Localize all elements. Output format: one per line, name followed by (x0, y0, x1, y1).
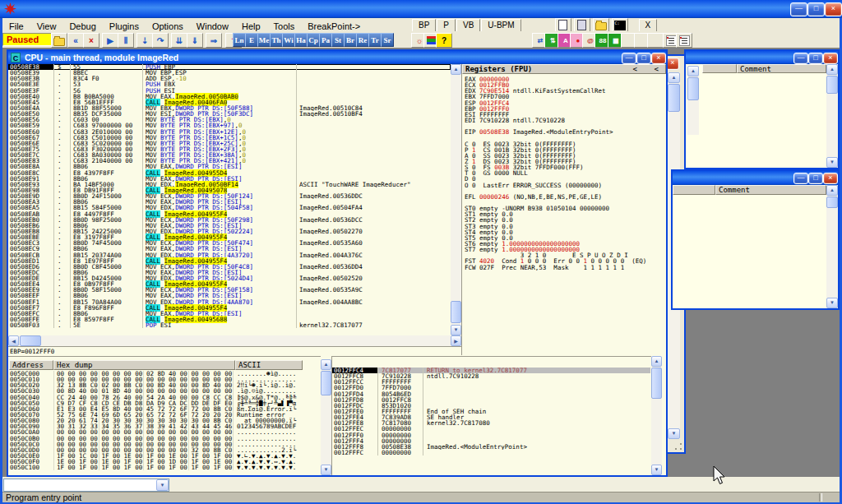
plugin-button-vb[interactable]: VB (456, 19, 480, 32)
left-scrollbar[interactable]: ▲ (687, 66, 699, 135)
register-line[interactable]: EFL 00000246 (NO,NB,E,BE,NS,PE,GE,LE) (465, 194, 664, 200)
column-header[interactable] (673, 185, 715, 195)
scroll-up-button[interactable]: ▲ (451, 64, 461, 75)
run-button[interactable]: ▶ (102, 33, 118, 48)
step-over-button[interactable]: ↷ (152, 33, 169, 48)
column-header[interactable] (702, 64, 737, 73)
close-button[interactable]: × (666, 58, 679, 70)
toolbar-cp-button[interactable]: Cp (307, 33, 320, 47)
scroll-thumb[interactable] (321, 371, 331, 395)
close-program-button[interactable]: × (83, 33, 99, 48)
disassembly-pane[interactable]: 00508E38$55PUSH EBP00508E39.8BECMOV EBP,… (8, 64, 451, 335)
close-button[interactable]: × (651, 53, 666, 64)
cpu-titlebar[interactable]: C CPU - main thread, module ImageRed (8, 51, 666, 64)
scroll-thumb[interactable] (668, 84, 680, 112)
pane-collapse-icon[interactable]: < (655, 65, 659, 73)
disasm-row[interactable]: 00508F03.5EPOP ESIkernel32.7C817077 (8, 322, 451, 328)
disasm-scrollbar[interactable]: ▲▼ (451, 64, 461, 335)
scroll-up-button[interactable]: ▲ (687, 66, 699, 76)
scroll-down-button[interactable]: ▼ (668, 428, 680, 439)
toolbar-st-button[interactable]: St (331, 33, 345, 47)
document-icon-button[interactable] (555, 18, 571, 32)
help-button[interactable]: ? (436, 33, 452, 48)
comment-column-header[interactable]: Comment (715, 185, 826, 195)
stack-row[interactable]: 0012FFD48054B6ED (332, 391, 650, 397)
registers-pane-header[interactable]: Registers (FPU) < < (462, 64, 666, 74)
stack-pane[interactable]: 0012FFC47C817077RETURN to kernel32.7C817… (331, 356, 651, 475)
maximize-button[interactable]: □ (807, 2, 825, 16)
scroll-down-button[interactable]: ▼ (321, 465, 331, 475)
scroll-thumb[interactable] (20, 335, 41, 346)
stack-scrollbar[interactable]: ▲▼ (651, 356, 662, 475)
stack-row[interactable]: 0012FFC47C817077RETURN to kernel32.7C817… (332, 368, 650, 373)
scroll-down-button[interactable]: ▼ (651, 465, 662, 475)
registers-pane[interactable]: Registers (FPU) < < EAX 00000000ECX 0012… (461, 64, 666, 355)
hexdump-pane[interactable]: Address Hex dump ASCII 0050C00000 00 00 … (8, 356, 321, 476)
minimize-button[interactable]: — (622, 53, 636, 64)
scroll-left-button[interactable]: ◀ (8, 335, 19, 346)
register-line[interactable]: EIP 00508E38 ImageRed.<ModuleEntryPoint> (465, 129, 664, 135)
scroll-thumb[interactable] (651, 368, 662, 399)
plugin-close-button[interactable]: X (639, 19, 658, 32)
blank-button[interactable] (647, 33, 664, 48)
plugin-button-p[interactable]: P (437, 19, 456, 32)
console-icon-button[interactable]: C: (612, 18, 628, 32)
comment-column-header[interactable]: Comment (737, 64, 826, 73)
toolbar-pa-button[interactable]: Pa (319, 33, 332, 47)
resize-grip[interactable] (673, 442, 683, 451)
close-button[interactable]: × (823, 53, 838, 64)
plugin-button-ubpm[interactable]: U-BPM (481, 19, 520, 32)
combobox-dropdown-button[interactable]: ▼ (156, 479, 169, 491)
scroll-up-button[interactable]: ▲ (321, 359, 331, 370)
stack-row[interactable]: 0012FFC87C910228ntdll.7C910228 (332, 373, 650, 379)
comment-list-window-2[interactable]: —□× Comment ▲▼ (671, 169, 840, 310)
scroll-thumb[interactable] (826, 197, 838, 208)
animate-over-button[interactable]: ⇓ (187, 33, 203, 48)
toolbar-me-button[interactable]: Me (257, 33, 271, 47)
document2-icon-button[interactable] (574, 18, 590, 32)
toolbar-ha-button[interactable]: Ha (294, 33, 308, 47)
stack-row[interactable]: 0012FFE47C839AD8SE handler (332, 414, 650, 420)
restart-button[interactable]: « (67, 33, 84, 48)
scroll-down-button[interactable]: ▼ (451, 325, 461, 335)
stack-row[interactable]: 0012FFE0FFFFFFFFEnd of SEH chain (332, 409, 650, 414)
register-line[interactable]: FCW 027F Prec NEAR,53 Mask 1 1 1 1 1 1 (465, 265, 664, 270)
scroll-down-button[interactable]: ▼ (826, 298, 838, 308)
toolbar-wi-button[interactable]: Wi (282, 33, 295, 47)
animate-into-button[interactable]: ⇊ (171, 33, 187, 48)
maximize-button[interactable]: □ (808, 173, 823, 184)
scroll-right-button[interactable]: ▶ (451, 335, 461, 346)
stack-row[interactable]: 0012FFF400000000 (332, 438, 650, 444)
register-line[interactable]: EDI 7C910228 ntdll.7C910228 (465, 118, 664, 123)
close-button[interactable]: × (823, 173, 838, 184)
stack-row[interactable]: 0012FFD07FFD7000 (332, 385, 650, 391)
stack-row[interactable]: 0012FFFC00000000 (332, 450, 650, 455)
minimize-button[interactable]: — (790, 2, 807, 16)
stack-row[interactable]: 0012FFDC853D1020 (332, 403, 650, 409)
address-column-header[interactable]: Address (9, 360, 53, 370)
toolbar-tr-button[interactable]: Tr (368, 33, 382, 47)
comment-list-window-1[interactable]: —□× Comment ▲▲▼ (684, 49, 840, 169)
toolbar-br-button[interactable]: Br (344, 33, 357, 47)
close-button[interactable]: × (825, 2, 842, 16)
step-into-button[interactable]: ⇣ (136, 33, 153, 48)
maximize-button[interactable]: □ (636, 53, 651, 64)
stack-row[interactable]: 0012FFCCFFFFFFFF (332, 379, 650, 385)
minimize-button[interactable]: — (793, 53, 808, 64)
comment-window-1-scrollbar[interactable]: ▲▼ (826, 64, 838, 168)
toolbar-th-button[interactable]: Th (270, 33, 283, 47)
open-file-button[interactable] (51, 33, 67, 48)
disasm-h-scrollbar[interactable]: ◀▶ (8, 335, 461, 346)
pause-button[interactable]: Ⅱ (118, 33, 134, 48)
register-line[interactable]: T 0 GS 0000 NULL (465, 170, 664, 176)
scroll-up-button[interactable]: ▲ (668, 72, 680, 83)
folder-icon-button[interactable] (593, 18, 609, 32)
hexdump-row[interactable]: 0050C1001F 00 1F 001F 00 1F 001F 00 1F 0… (8, 465, 321, 470)
stack-row[interactable]: 0012FFD80012FFC8 (332, 397, 650, 403)
scroll-thumb[interactable] (451, 301, 461, 323)
scroll-up-button[interactable]: ▲ (651, 356, 662, 367)
scroll-down-button[interactable]: ▼ (826, 157, 838, 168)
toolbar-e-button[interactable]: E (245, 33, 258, 47)
minimize-button[interactable]: — (793, 173, 808, 184)
hexdump-column-header[interactable]: Hex dump (53, 360, 235, 370)
